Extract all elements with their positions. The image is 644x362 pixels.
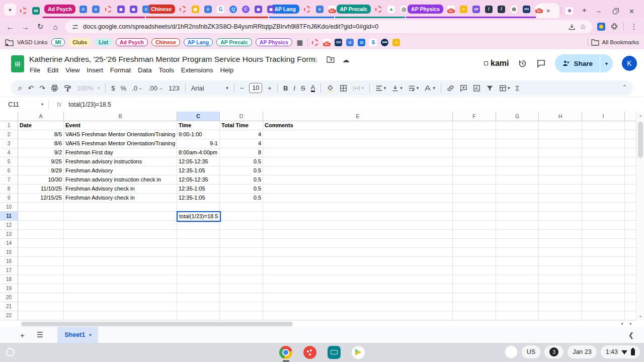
cell-E16[interactable] bbox=[263, 257, 453, 266]
url-text[interactable]: docs.google.com/spreadsheets/d/1hR2nsfnb… bbox=[83, 23, 564, 30]
notifications-button[interactable]: 3 bbox=[544, 345, 564, 358]
cell-x11[interactable] bbox=[625, 212, 636, 221]
column-header-B[interactable]: B bbox=[64, 112, 177, 121]
bookmark-chip-ap-physics[interactable]: AP Physics bbox=[256, 38, 292, 46]
cell-D13[interactable] bbox=[220, 230, 263, 239]
pinned-tab-purple-flower[interactable]: ✳ bbox=[563, 3, 576, 18]
grouped-tab-gmail-badge[interactable]: M10+ bbox=[445, 2, 457, 17]
cell-E7[interactable] bbox=[263, 175, 453, 185]
cell-A16[interactable] bbox=[18, 257, 64, 266]
cell-C22[interactable] bbox=[177, 311, 220, 320]
cell-H19[interactable] bbox=[539, 284, 582, 293]
kami-extension-icon[interactable] bbox=[597, 23, 605, 31]
cell-D15[interactable] bbox=[220, 248, 263, 257]
menu-edit[interactable]: Edit bbox=[44, 65, 62, 75]
row-header-11[interactable]: 11 bbox=[0, 212, 18, 221]
collapse-side-panel-icon[interactable]: ❮ bbox=[628, 331, 634, 339]
document-title[interactable]: Katherine Andres, '25-'26 Freshman Mento… bbox=[29, 55, 315, 64]
decrease-decimals-icon[interactable]: .0← bbox=[132, 84, 143, 92]
cell-A20[interactable] bbox=[18, 293, 64, 302]
cell-B15[interactable] bbox=[64, 248, 177, 257]
decrease-font-size-icon[interactable]: − bbox=[240, 84, 244, 92]
vertical-scrollbar[interactable]: ▴ ▾ bbox=[636, 112, 644, 320]
cell-E6[interactable] bbox=[263, 166, 453, 175]
search-menus-icon[interactable]: ⌕ bbox=[18, 83, 22, 93]
horizontal-scrollbar[interactable]: ◂ ▸ bbox=[18, 320, 636, 327]
star-document-icon[interactable]: ☆ bbox=[312, 56, 318, 64]
cell-H22[interactable] bbox=[539, 311, 582, 320]
cell-H1[interactable] bbox=[539, 121, 582, 130]
cell-H5[interactable] bbox=[539, 157, 582, 166]
paint-format-icon[interactable] bbox=[64, 84, 71, 92]
cell-C8[interactable]: 12:35-1:05 bbox=[177, 185, 220, 194]
share-dropdown-caret[interactable]: ▾ bbox=[600, 54, 613, 72]
cell-C3[interactable]: 9-1 bbox=[177, 139, 220, 148]
cell-C20[interactable] bbox=[177, 293, 220, 302]
cell-H18[interactable] bbox=[539, 275, 582, 284]
bookmark-chip-ad-psych[interactable]: Ad Psych bbox=[116, 38, 148, 46]
cell-D20[interactable] bbox=[220, 293, 263, 302]
cell-H15[interactable] bbox=[539, 248, 582, 257]
chrome-app-icon[interactable] bbox=[279, 345, 293, 359]
cell-B16[interactable] bbox=[64, 257, 177, 266]
cell-D8[interactable]: 0.5 bbox=[220, 185, 263, 194]
cell-B18[interactable] bbox=[64, 275, 177, 284]
cell-D17[interactable] bbox=[220, 266, 263, 275]
cell-x6[interactable] bbox=[625, 166, 636, 175]
cell-B6[interactable]: Freshman Advisory bbox=[64, 166, 177, 175]
row-header-6[interactable]: 6 bbox=[0, 166, 18, 175]
cell-H2[interactable] bbox=[539, 130, 582, 139]
menu-file[interactable]: File bbox=[26, 65, 44, 75]
row-header-10[interactable]: 10 bbox=[0, 203, 18, 212]
bookmark-nw-circle[interactable]: NW bbox=[381, 38, 389, 46]
bookmark-chip-chinese[interactable]: Chinese bbox=[151, 38, 180, 46]
install-app-icon[interactable] bbox=[568, 23, 576, 31]
cell-B12[interactable] bbox=[64, 221, 177, 230]
cell-H21[interactable] bbox=[539, 302, 582, 311]
cell-D22[interactable] bbox=[220, 311, 263, 320]
google-sheets-logo-icon[interactable]: ⊞ bbox=[11, 55, 24, 72]
cell-B19[interactable] bbox=[64, 284, 177, 293]
all-bookmarks-label[interactable]: All Bookmarks bbox=[602, 39, 639, 45]
cell-B7[interactable]: Freshman advisory instruction check in bbox=[64, 175, 177, 185]
cell-A15[interactable] bbox=[18, 248, 64, 257]
select-all-corner[interactable] bbox=[0, 112, 18, 121]
cell-H10[interactable] bbox=[539, 203, 582, 212]
cell-D16[interactable] bbox=[220, 257, 263, 266]
cell-A18[interactable] bbox=[18, 275, 64, 284]
cell-C16[interactable] bbox=[177, 257, 220, 266]
cell-E14[interactable] bbox=[263, 239, 453, 248]
cell-I16[interactable] bbox=[582, 257, 625, 266]
scroll-down-icon[interactable]: ▾ bbox=[636, 314, 644, 319]
cell-H9[interactable] bbox=[539, 194, 582, 203]
grouped-tab-globe[interactable]: ⊕ bbox=[508, 2, 520, 17]
cell-G21[interactable] bbox=[496, 302, 539, 311]
tab-group-label[interactable]: AP Physics bbox=[408, 5, 443, 14]
fill-color-icon[interactable] bbox=[327, 84, 334, 92]
cell-F8[interactable] bbox=[453, 185, 496, 194]
undo-icon[interactable]: ↶ bbox=[28, 84, 34, 92]
cell-C4[interactable]: 8:00am-4:00pm bbox=[177, 148, 220, 157]
cell-B11[interactable] bbox=[64, 212, 177, 221]
grouped-tab-bolt[interactable]: / bbox=[482, 2, 495, 17]
cell-A9[interactable]: 12/15/25 bbox=[18, 194, 64, 203]
cell-x19[interactable] bbox=[625, 284, 636, 293]
cell-G7[interactable] bbox=[496, 175, 539, 185]
share-button[interactable]: Share ▾ bbox=[555, 54, 613, 72]
cell-C18[interactable] bbox=[177, 275, 220, 284]
cell-C13[interactable] bbox=[177, 230, 220, 239]
cell-I6[interactable] bbox=[582, 166, 625, 175]
cell-B17[interactable] bbox=[64, 266, 177, 275]
cell-I15[interactable] bbox=[582, 248, 625, 257]
grouped-tab-clever[interactable]: C bbox=[239, 2, 252, 17]
grouped-tab-bolt[interactable]: / bbox=[495, 2, 508, 17]
cell-H13[interactable] bbox=[539, 230, 582, 239]
bookmark-link-blue[interactable]: S bbox=[369, 38, 377, 46]
row-header-12[interactable]: 12 bbox=[0, 221, 18, 230]
cell-x21[interactable] bbox=[625, 302, 636, 311]
browser-menu-icon[interactable]: ⋮ bbox=[629, 22, 639, 31]
cell-E17[interactable] bbox=[263, 266, 453, 275]
cell-D2[interactable]: 4 bbox=[220, 130, 263, 139]
menu-tools[interactable]: Tools bbox=[155, 65, 177, 75]
cell-B1[interactable]: Event bbox=[64, 121, 177, 130]
